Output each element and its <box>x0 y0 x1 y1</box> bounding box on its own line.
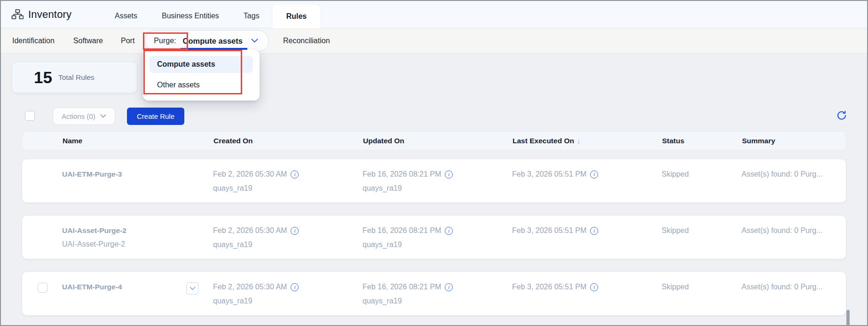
updated-on-cell: Feb 16, 2026 08:21 PMi quays_ra19 <box>344 282 493 306</box>
chevron-down-icon[interactable] <box>251 39 258 43</box>
purge-selected-value[interactable]: Compute assets <box>182 37 242 46</box>
purge-selector[interactable]: Purge: Compute assets <box>145 30 269 52</box>
updated-by: quays_ra19 <box>363 296 493 306</box>
sitemap-icon <box>11 9 24 20</box>
info-icon[interactable]: i <box>291 171 299 179</box>
subnav-item-port[interactable]: Port <box>121 37 134 45</box>
tab-rules[interactable]: Rules <box>272 4 322 28</box>
rule-subname: UAI-Asset-Purge-2 <box>62 240 173 249</box>
refresh-icon[interactable] <box>834 108 848 122</box>
updated-on-cell: Feb 16, 2026 08:21 PMi quays_ra19 <box>344 226 493 249</box>
info-icon[interactable]: i <box>590 227 598 235</box>
created-by: quays_ra19 <box>213 184 344 193</box>
info-icon[interactable]: i <box>445 227 453 235</box>
created-on-cell: Feb 2, 2026 05:30 AMi quays_ra19 <box>194 282 344 306</box>
column-header-created-on[interactable]: Created On <box>195 137 344 145</box>
table-row[interactable]: UAI-Asset-Purge-2 UAI-Asset-Purge-2 Feb … <box>22 216 846 259</box>
actions-button-label: Actions (0) <box>62 112 95 120</box>
select-all-checkbox[interactable] <box>25 111 35 121</box>
main-tabs: Assets Business Entities Tags Rules <box>103 4 321 28</box>
status-cell: Skipped <box>643 170 723 179</box>
info-icon[interactable]: i <box>291 283 299 291</box>
purge-dropdown-menu: Compute assets Other assets <box>143 50 260 101</box>
created-by: quays_ra19 <box>213 296 344 306</box>
rules-subnav: Identification Software Port Purge: Comp… <box>1 29 867 54</box>
total-rules-card: 15 Total Rules <box>12 62 137 93</box>
actions-button[interactable]: Actions (0) <box>53 108 115 125</box>
created-on-cell: Feb 2, 2026 05:30 AMi quays_ra19 <box>194 170 344 193</box>
last-executed-cell: Feb 3, 2026 05:51 PMi <box>493 170 643 179</box>
info-icon[interactable]: i <box>590 171 598 179</box>
column-header-updated-on[interactable]: Updated On <box>344 137 494 145</box>
created-by: quays_ra19 <box>213 240 344 249</box>
status-cell: Skipped <box>643 226 723 235</box>
created-on-cell: Feb 2, 2026 05:30 AMi quays_ra19 <box>194 226 344 249</box>
updated-by: quays_ra19 <box>363 240 493 249</box>
tab-tags[interactable]: Tags <box>231 4 272 28</box>
info-icon[interactable]: i <box>590 283 598 291</box>
rule-name: UAI-Asset-Purge-2 <box>62 226 173 235</box>
subnav-item-software[interactable]: Software <box>73 37 103 45</box>
dropdown-option-other-assets[interactable]: Other assets <box>150 77 253 93</box>
inventory-screen: Inventory Assets Business Entities Tags … <box>0 0 868 326</box>
table-row[interactable]: UAI-ETM-Purge-3 Feb 2, 2026 05:30 AMi qu… <box>22 159 846 202</box>
sort-descending-icon[interactable]: ↓ <box>577 137 581 145</box>
column-header-status[interactable]: Status <box>643 137 723 145</box>
total-rules-count: 15 <box>34 68 52 87</box>
table-header-row: Name Created On Updated On Last Executed… <box>22 132 846 150</box>
app-header: Inventory Assets Business Entities Tags … <box>1 1 867 28</box>
table-row[interactable]: UAI-ETM-Purge-4 Feb 2, 2026 05:30 AMi qu… <box>22 272 846 315</box>
rule-name: UAI-ETM-Purge-3 <box>62 170 173 179</box>
vertical-scrollbar-thumb[interactable] <box>846 310 850 326</box>
info-icon[interactable]: i <box>291 227 299 235</box>
last-executed-cell: Feb 3, 2026 05:51 PMi <box>493 226 643 235</box>
subnav-item-reconciliation[interactable]: Reconciliation <box>283 37 330 45</box>
info-icon[interactable]: i <box>445 171 453 179</box>
rule-name: UAI-ETM-Purge-4 <box>62 282 173 292</box>
column-header-last-executed-on[interactable]: Last Executed On↓ <box>494 137 643 145</box>
main-content: 15 Total Rules Actions (0) Create Rule N… <box>1 54 867 325</box>
dropdown-option-compute-assets[interactable]: Compute assets <box>150 56 253 73</box>
summary-cell: Asset(s) found: 0 Purg... <box>723 282 846 292</box>
app-brand: Inventory <box>11 1 71 28</box>
last-executed-cell: Feb 3, 2026 05:51 PMi <box>493 282 643 292</box>
tab-assets[interactable]: Assets <box>103 4 150 28</box>
total-rules-label: Total Rules <box>58 73 95 82</box>
rules-table: Name Created On Updated On Last Executed… <box>22 132 846 326</box>
tab-business-entities[interactable]: Business Entities <box>150 4 231 28</box>
page-title: Inventory <box>28 8 71 21</box>
summary-cell: Asset(s) found: 0 Purg... <box>723 226 846 235</box>
create-rule-button[interactable]: Create Rule <box>127 108 184 125</box>
purge-label: Purge: <box>154 37 176 45</box>
info-icon[interactable]: i <box>445 283 453 291</box>
updated-by: quays_ra19 <box>363 184 493 193</box>
updated-on-cell: Feb 16, 2026 08:21 PMi quays_ra19 <box>344 170 493 193</box>
subnav-item-identification[interactable]: Identification <box>12 37 55 45</box>
status-cell: Skipped <box>643 282 723 292</box>
column-header-name[interactable]: Name <box>45 137 173 145</box>
chevron-down-icon <box>100 114 106 118</box>
summary-cell: Asset(s) found: 0 Purg... <box>723 170 846 179</box>
column-header-summary[interactable]: Summary <box>723 137 845 145</box>
